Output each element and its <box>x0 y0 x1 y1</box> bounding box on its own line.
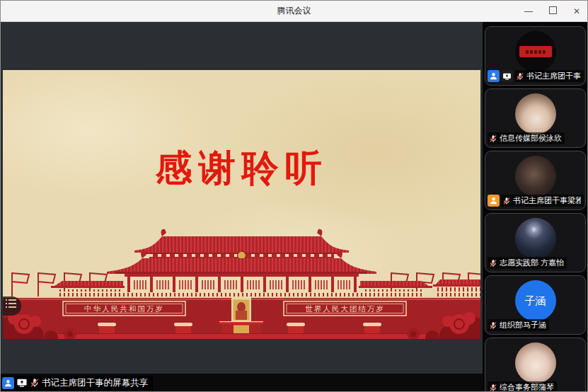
mic-muted-icon <box>30 378 40 388</box>
avatar-initials-text: 子涵 <box>525 294 546 308</box>
close-button[interactable]: ✕ <box>572 7 582 16</box>
maximize-icon <box>549 6 557 14</box>
participant-tile[interactable]: 信息传媒部侯泳欣 <box>485 88 586 148</box>
participant-name: 综合事务部蒲琴 <box>500 382 554 392</box>
participant-tile[interactable]: 书记主席团干事梁雅诗 <box>485 151 586 210</box>
person-badge-icon <box>2 377 14 389</box>
mic-muted-icon <box>489 321 497 330</box>
avatar <box>515 218 556 259</box>
slide-navigator-widget[interactable] <box>3 296 21 316</box>
meeting-content: 感谢聆听 <box>1 22 587 392</box>
mic-muted-icon <box>489 384 497 392</box>
avatar <box>515 31 556 72</box>
mic-muted-icon <box>489 134 497 143</box>
app-window: 腾讯会议 — ✕ 感谢聆听 <box>0 0 588 392</box>
shared-slide: 感谢聆听 <box>3 70 480 339</box>
presenter-share-label: 书记主席团干事的屏幕共享 <box>1 376 153 391</box>
screen-share-icon <box>16 378 28 388</box>
participant-name-bar: 信息传媒部侯泳欣 <box>488 132 565 144</box>
avatar <box>515 342 556 384</box>
minimize-button[interactable]: — <box>524 7 534 16</box>
participant-name-bar: 书记主席团干事的屏 <box>488 70 584 82</box>
participant-name-bar: 书记主席团干事梁雅诗 <box>488 195 584 207</box>
portrait <box>231 298 251 322</box>
participant-tile[interactable]: 子涵 组织部马子涵 <box>485 275 586 335</box>
logo-band <box>519 46 552 57</box>
participant-name: 组织部马子涵 <box>500 320 546 330</box>
participant-tile[interactable]: 志愿实践部 方嘉怡 <box>485 213 586 272</box>
participant-name-bar: 志愿实践部 方嘉怡 <box>488 257 567 269</box>
right-banner-text: 世界人民大团结万岁 <box>305 304 385 313</box>
far-right-building <box>433 279 480 296</box>
left-corridor <box>51 281 125 296</box>
window-controls: — ✕ <box>524 1 582 21</box>
screen-share-stage: 感谢聆听 <box>1 22 483 392</box>
participant-name: 信息传媒部侯泳欣 <box>500 133 562 144</box>
avatar <box>515 156 556 197</box>
participant-tile[interactable]: 书记主席团干事的屏 <box>485 26 586 86</box>
title-bar[interactable]: 腾讯会议 — ✕ <box>1 1 587 22</box>
presenter-share-text: 书记主席团干事的屏幕共享 <box>42 377 148 389</box>
slide-navigator-row <box>6 303 21 304</box>
window-title: 腾讯会议 <box>277 5 311 17</box>
gate-tower <box>107 229 376 296</box>
mic-muted-icon <box>489 259 497 267</box>
left-banner-text: 中华人民共和国万岁 <box>84 304 164 313</box>
stage-bottom-bar: 书记主席团干事的屏幕共享 <box>1 374 483 392</box>
participant-name-bar: 组织部马子涵 <box>488 319 549 331</box>
right-corridor <box>359 281 432 296</box>
person-badge-icon <box>488 70 500 82</box>
left-banner-plaque: 中华人民共和国万岁 <box>63 301 185 316</box>
tiananmen-illustration: 中华人民共和国万岁 世界人民大团结万岁 <box>3 219 480 339</box>
participant-tile[interactable]: 综合事务部蒲琴 <box>485 338 586 392</box>
slide-title: 感谢聆听 <box>3 144 480 193</box>
participants-sidebar[interactable]: 书记主席团干事的屏 信息传媒部侯泳欣 <box>483 22 587 392</box>
participant-name: 书记主席团干事梁雅诗 <box>513 195 581 206</box>
avatar <box>515 93 556 134</box>
participant-name: 书记主席团干事的屏 <box>526 71 581 81</box>
slide-navigator-row <box>6 306 21 308</box>
right-banner-plaque: 世界人民大团结万岁 <box>284 301 406 316</box>
participant-name-bar: 综合事务部蒲琴 <box>488 381 557 392</box>
center-gate <box>219 321 263 333</box>
slide-navigator-row <box>6 299 21 301</box>
mic-muted-icon <box>516 72 524 81</box>
participant-name: 志愿实践部 方嘉怡 <box>500 258 564 268</box>
screen-share-icon <box>501 70 513 82</box>
avatar: 子涵 <box>515 280 556 321</box>
maximize-button[interactable] <box>548 6 558 16</box>
mic-muted-icon <box>502 197 511 205</box>
person-badge-icon <box>488 195 500 207</box>
